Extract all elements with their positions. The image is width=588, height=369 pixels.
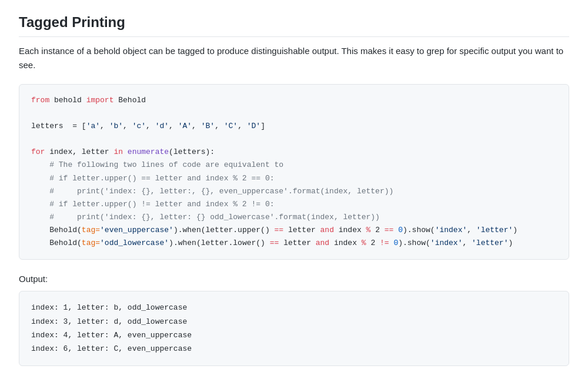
output-block: index: 1, letter: b, odd_lowercase index… [19,291,569,366]
page-title: Tagged Printing [19,14,569,37]
output-line-1: index: 1, letter: b, odd_lowercase [31,301,557,314]
output-label: Output: [19,274,569,284]
code-block: from behold import Behold letters = ['a'… [19,84,569,260]
page-description: Each instance of a behold object can be … [19,44,569,72]
output-line-2: index: 3, letter: d, odd_lowercase [31,315,557,328]
output-line-3: index: 4, letter: A, even_uppercase [31,328,557,342]
output-line-4: index: 6, letter: C, even_uppercase [31,342,557,355]
